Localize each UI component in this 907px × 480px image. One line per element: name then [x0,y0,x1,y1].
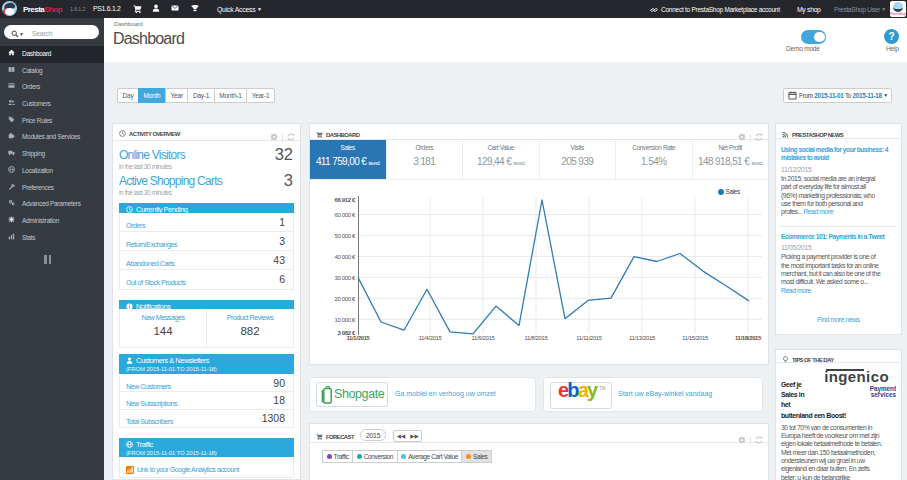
svg-text:50 000 €: 50 000 € [334,233,356,239]
svg-text:11/11/2015: 11/11/2015 [576,335,603,341]
svg-text:30 000 €: 30 000 € [334,275,356,281]
svg-text:11/15/2015: 11/15/2015 [682,335,709,341]
svg-text:66 912 €: 66 912 € [334,197,356,203]
svg-text:11/18/2015: 11/18/2015 [735,335,762,341]
svg-text:20 000 €: 20 000 € [334,296,356,302]
svg-text:11/4/2015: 11/4/2015 [418,335,442,341]
svg-text:60 000 €: 60 000 € [334,212,356,218]
svg-text:10 000 €: 10 000 € [334,317,356,323]
svg-text:11/6/2015: 11/6/2015 [471,335,495,341]
svg-text:11/1/2015: 11/1/2015 [346,335,370,341]
svg-text:11/13/2015: 11/13/2015 [629,335,656,341]
svg-text:40 000 €: 40 000 € [334,254,356,260]
svg-text:11/8/2015: 11/8/2015 [524,335,548,341]
